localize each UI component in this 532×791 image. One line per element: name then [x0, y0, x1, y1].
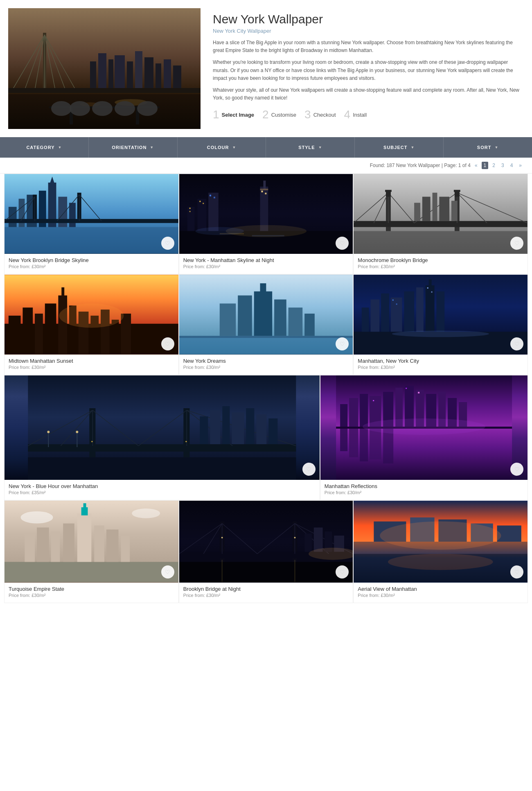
svg-point-108	[59, 303, 124, 328]
chevron-down-icon: ▼	[318, 145, 322, 149]
wishlist-btn-4[interactable]: ♡	[161, 337, 174, 350]
product-card-3[interactable]: Wallsauce.com	[353, 174, 528, 274]
svg-rect-62	[260, 187, 268, 231]
card-info-7: New York - Blue Hour over Manhattan Pric…	[5, 480, 320, 500]
chevron-down-icon: ▼	[232, 145, 236, 149]
page-link-4[interactable]: 4	[508, 162, 515, 169]
next-page-link[interactable]: »	[517, 162, 524, 169]
svg-rect-112	[238, 296, 252, 336]
svg-rect-76	[354, 221, 527, 227]
product-image-9: Wallsauce.com	[5, 501, 178, 583]
svg-rect-121	[362, 307, 369, 332]
page-link-3[interactable]: 3	[499, 162, 506, 169]
chevron-down-icon: ▼	[150, 145, 154, 149]
product-card-4[interactable]: Wallsauce.com	[4, 274, 179, 375]
filter-orientation[interactable]: ORIENTATION ▼	[89, 137, 178, 158]
product-card-5[interactable]: Wallsauce.com	[179, 274, 354, 375]
svg-rect-193	[63, 524, 74, 562]
product-card-6[interactable]: Wallsauce.com	[353, 274, 528, 375]
svg-rect-131	[396, 303, 397, 305]
product-card-1[interactable]: Wallsauce.com	[4, 174, 179, 274]
svg-rect-54	[189, 208, 190, 209]
grid-row-2: Wallsauce.com	[4, 274, 528, 375]
svg-rect-21	[173, 66, 181, 88]
svg-rect-190	[25, 533, 35, 562]
svg-rect-110	[179, 336, 353, 354]
filter-category[interactable]: CATEGORY ▼	[0, 137, 89, 158]
svg-rect-116	[288, 307, 302, 336]
svg-rect-73	[354, 231, 527, 253]
wishlist-btn-1[interactable]: ♡	[161, 237, 174, 250]
svg-rect-59	[208, 193, 219, 231]
card-price-6: Price from: £30/m²	[358, 365, 523, 370]
wishlist-btn-11[interactable]: ♡	[510, 565, 523, 579]
wishlist-btn-3[interactable]: ♡	[510, 237, 523, 250]
hero-image	[8, 8, 201, 129]
wishlist-btn-9[interactable]: ♡	[161, 565, 174, 579]
svg-rect-87	[433, 193, 437, 221]
page-link-2[interactable]: 2	[490, 162, 497, 169]
step-1[interactable]: 1 Select Image	[213, 108, 254, 121]
product-card-7[interactable]: Wallsauce.com	[4, 375, 320, 500]
svg-rect-97	[23, 307, 33, 354]
product-image-2: Wallsauce.com	[179, 174, 353, 254]
svg-rect-55	[189, 211, 190, 212]
filter-colour[interactable]: COLOUR ▼	[178, 137, 266, 158]
svg-rect-153	[246, 408, 254, 444]
svg-rect-114	[260, 283, 266, 294]
wishlist-btn-8[interactable]: ♡	[510, 463, 523, 476]
product-card-8[interactable]: Wallsauce.com	[320, 375, 528, 500]
svg-rect-180	[383, 429, 393, 463]
card-title-7: New York - Blue Hour over Manhattan	[9, 483, 316, 489]
svg-rect-53	[187, 207, 194, 231]
svg-rect-125	[404, 292, 415, 332]
svg-rect-152	[232, 412, 244, 444]
svg-point-27	[51, 101, 72, 116]
filter-style[interactable]: STYLE ▼	[266, 137, 355, 158]
svg-rect-157	[185, 441, 187, 442]
svg-rect-183	[418, 392, 419, 393]
card-price-4: Price from: £30/m²	[9, 365, 174, 370]
svg-rect-96	[9, 316, 21, 354]
product-card-9[interactable]: Wallsauce.com	[4, 500, 179, 603]
product-card-10[interactable]: Wallsauce.com	[179, 500, 354, 603]
svg-rect-61	[214, 197, 215, 199]
filter-orientation-label: ORIENTATION	[112, 145, 147, 150]
svg-rect-132	[427, 287, 428, 289]
svg-point-197	[21, 511, 53, 524]
svg-rect-200	[179, 562, 353, 582]
wishlist-btn-7[interactable]: ♡	[302, 463, 316, 476]
svg-point-213	[294, 537, 295, 538]
product-grid: Wallsauce.com	[0, 174, 532, 603]
prev-page-link[interactable]: «	[473, 162, 480, 169]
page-link-1[interactable]: 1	[482, 162, 489, 169]
svg-rect-11	[8, 88, 201, 93]
svg-rect-19	[156, 63, 161, 88]
svg-point-212	[221, 537, 223, 538]
svg-rect-15	[115, 55, 125, 88]
svg-rect-85	[414, 203, 420, 221]
wishlist-btn-6[interactable]: ♡	[510, 337, 523, 350]
svg-rect-115	[274, 299, 286, 336]
product-card-2[interactable]: Wallsauce.com	[179, 174, 354, 274]
svg-rect-156	[91, 441, 92, 442]
filter-category-label: CATEGORY	[26, 145, 54, 150]
svg-rect-17	[135, 51, 142, 88]
svg-rect-124	[391, 298, 402, 332]
card-title-3: Monochrome Brooklyn Bridge	[358, 257, 523, 263]
svg-rect-163	[340, 404, 347, 427]
svg-point-198	[132, 508, 160, 518]
step-2-label: Customise	[271, 112, 296, 118]
svg-point-30	[115, 101, 135, 116]
card-info-4: Midtown Manhattan Sunset Price from: £30…	[5, 355, 178, 375]
hero-desc-1: Have a slice of The Big Apple in your ro…	[213, 39, 524, 54]
step-4-label: Install	[353, 112, 367, 118]
card-price-7: Price from: £35/m²	[9, 490, 316, 495]
svg-rect-176	[340, 429, 347, 451]
svg-rect-56	[197, 199, 206, 231]
product-card-11[interactable]: Wallsauce.com	[353, 500, 528, 603]
svg-rect-126	[416, 287, 424, 332]
svg-rect-155	[268, 418, 277, 444]
filter-sort[interactable]: SORT ▼	[444, 137, 532, 158]
filter-subject[interactable]: SUBJECT ▼	[355, 137, 444, 158]
